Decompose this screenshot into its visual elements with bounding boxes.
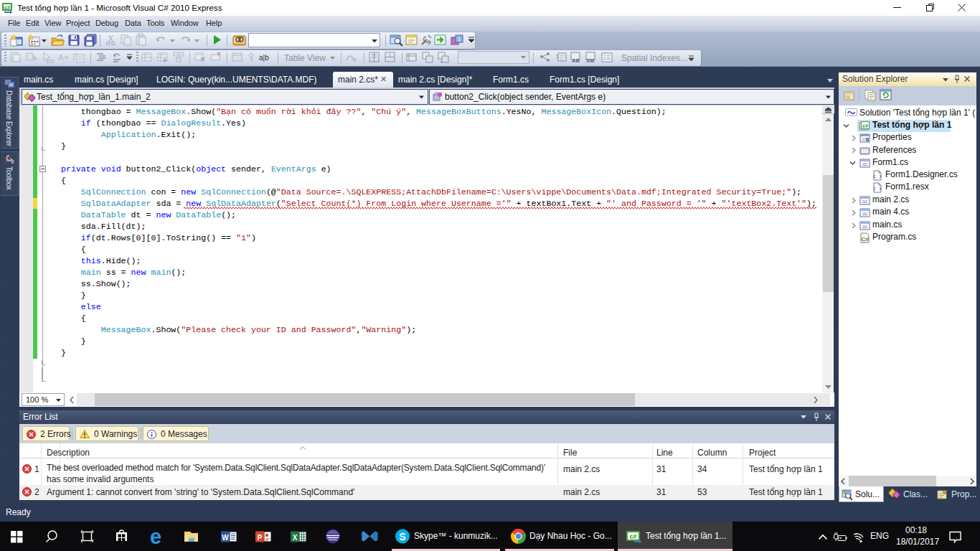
svg-text:c#: c#: [4, 4, 11, 11]
svg-text:C#: C#: [861, 236, 869, 242]
svg-text:1: 1: [458, 36, 461, 42]
svg-text:XM: XM: [586, 57, 594, 64]
svg-text:P: P: [258, 534, 263, 542]
svg-text:AB: AB: [572, 57, 580, 64]
svg-text:c#: c#: [629, 533, 636, 540]
svg-text:e: e: [150, 525, 161, 548]
svg-text:c#: c#: [862, 123, 868, 128]
svg-text:a|b: a|b: [259, 54, 269, 62]
svg-text:A: A: [58, 53, 64, 62]
svg-text:S: S: [399, 531, 405, 542]
svg-text:a: a: [353, 56, 357, 63]
svg-text:W: W: [222, 534, 229, 542]
svg-text:X: X: [293, 534, 298, 542]
